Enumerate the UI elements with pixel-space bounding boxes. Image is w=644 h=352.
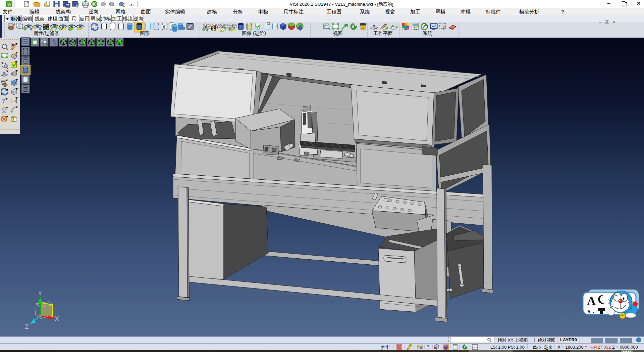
svg-text:视图: 视图 xyxy=(333,31,343,36)
svg-text:X: X xyxy=(55,315,59,322)
svg-text:图像 (进阶): 图像 (进阶) xyxy=(242,31,266,36)
svg-text:?: ? xyxy=(2,97,5,105)
svg-text:,: , xyxy=(588,302,590,314)
svg-text:Vi: Vi xyxy=(7,2,11,6)
svg-text:?: ? xyxy=(427,345,429,350)
svg-text:图形: 图形 xyxy=(140,31,150,36)
svg-text:属性/过滤器: 属性/过滤器 xyxy=(34,31,59,36)
svg-text:工作平面: 工作平面 xyxy=(373,31,393,36)
svg-text:Y: Y xyxy=(38,292,42,297)
svg-text:系统: 系统 xyxy=(423,31,433,36)
svg-text:Z: Z xyxy=(25,323,29,330)
